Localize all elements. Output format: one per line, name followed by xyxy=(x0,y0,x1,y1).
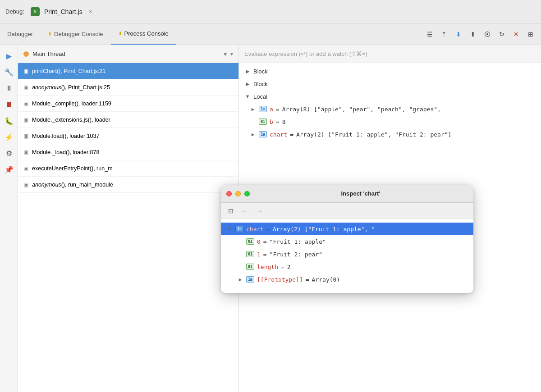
step-out-button[interactable]: ⬆ xyxy=(466,27,480,41)
eval-bar[interactable]: Evaluate expression (↵) or add a watch (… xyxy=(239,45,541,63)
wrench-icon-button[interactable]: 🔧 xyxy=(2,65,16,79)
run-icon-button[interactable]: ▶ xyxy=(2,49,16,63)
tab-debugger-console-label: Debugger Console xyxy=(54,31,103,37)
popup-var-value: Array(2) ["Fruit 1: apple", " xyxy=(273,226,375,232)
settings-icon-button[interactable]: ⚙ xyxy=(2,146,16,160)
menu-button[interactable]: ☰ xyxy=(423,27,436,41)
popup-close-dot[interactable] xyxy=(226,191,232,196)
stack-item[interactable]: ▣Module._extensions.js(), loader xyxy=(18,112,238,128)
block2-label: Block xyxy=(253,81,268,87)
stack-item-label: Module._compile(), loader:1159 xyxy=(32,100,111,107)
vars-section-block2[interactable]: ▶Block xyxy=(239,77,541,90)
side-icons: ▶ 🔧 ⏸ ⏹ 🐛 ⚡ ⚙ 📌 xyxy=(0,45,18,392)
popup-titlebar: Inspect 'chart' xyxy=(221,185,473,203)
tab-debugger-label: Debugger xyxy=(7,31,33,37)
tab-process-console[interactable]: ⬇ Process Console xyxy=(111,23,176,45)
vars-section-block1[interactable]: ▶Block xyxy=(239,65,541,77)
popup-var-name: 1 xyxy=(257,251,261,258)
restart-button[interactable]: ↻ xyxy=(495,27,509,41)
var-name: b xyxy=(270,119,273,125)
stack-frame-icon: ▣ xyxy=(23,117,28,123)
stack-frame-icon: ▣ xyxy=(23,165,28,172)
var-row[interactable]: ▶ 1≡ a = Array(8) ["apple", "pear", "pea… xyxy=(239,103,541,115)
process-console-icon: ⬇ xyxy=(118,31,122,36)
vars-section-local[interactable]: ▼Local xyxy=(239,90,541,103)
var-name: chart xyxy=(270,131,287,138)
stack-item[interactable]: ▣anonymous(), run_main_module xyxy=(18,177,238,193)
stack-frame-icon: ▣ xyxy=(23,100,28,107)
stop-side-button[interactable]: ⏹ xyxy=(2,97,16,112)
popup-var-value: Array(0) xyxy=(312,276,340,283)
popup-var-value: "Fruit 2: pear" xyxy=(270,251,322,258)
stack-item[interactable]: ▣Module._compile(), loader:1159 xyxy=(18,96,238,112)
step-into-button[interactable]: ⬇ xyxy=(452,27,465,41)
expand-icon[interactable]: ▼ xyxy=(226,226,233,232)
stack-item[interactable]: ▣printChart(), Print_Chart.js:21 xyxy=(18,63,238,79)
filter-icon[interactable]: ▾ xyxy=(224,50,227,58)
popup-title: Inspect 'chart' xyxy=(253,190,468,197)
chevron-icon[interactable]: ▾ xyxy=(230,51,233,57)
popup-maximize-dot[interactable] xyxy=(244,191,250,196)
stack-frame-icon: ▣ xyxy=(23,182,28,188)
popup-toolbar: ⊡ ← → xyxy=(221,203,473,219)
var-value: Array(8) ["apple", "pear", "peach", "gra… xyxy=(282,106,441,113)
expand-icon[interactable]: ▶ xyxy=(237,276,243,283)
thread-dot xyxy=(23,51,29,57)
var-op: = xyxy=(290,131,293,138)
popup-var-type-icon: 01 xyxy=(246,264,254,270)
popup-var-op: = xyxy=(266,226,270,232)
thread-label: Main Thread xyxy=(32,50,220,57)
popup-screenshot-button[interactable]: ⊡ xyxy=(225,205,237,217)
pin-icon-button[interactable]: 📌 xyxy=(2,162,16,177)
popup-var-row[interactable]: ▶ 1≡ [[Prototype]] = Array(0) xyxy=(221,273,473,286)
popup-var-row[interactable]: 01 0 = "Fruit 1: apple" xyxy=(221,235,473,248)
stack-item[interactable]: ▣executeUserEntryPoint(), run_m xyxy=(18,160,238,177)
block1-label: Block xyxy=(253,68,268,75)
popup-var-row[interactable]: 01 length = 2 xyxy=(221,260,473,273)
close-tab-button[interactable]: × xyxy=(87,8,94,15)
popup-var-value: "Fruit 1: apple" xyxy=(270,238,326,245)
stack-item[interactable]: ▣Module._load(), loader:878 xyxy=(18,144,238,160)
tab-debugger[interactable]: Debugger xyxy=(0,23,41,45)
stack-item-label: Module.load(), loader:1037 xyxy=(32,133,99,139)
stack-frame-icon: ▣ xyxy=(23,133,28,139)
popup-forward-button[interactable]: → xyxy=(253,205,266,217)
popup-var-op: = xyxy=(281,264,284,270)
pause-side-button[interactable]: ⏸ xyxy=(2,81,16,96)
popup-var-name: 0 xyxy=(257,238,261,245)
popup-var-name: chart xyxy=(246,226,264,232)
pause-button[interactable]: ✕ xyxy=(509,27,523,41)
grid-button[interactable]: ⊞ xyxy=(524,27,537,41)
popup-var-op: = xyxy=(263,238,267,245)
popup-var-row[interactable]: ▼ 1≡ chart = Array(2) ["Fruit 1: apple",… xyxy=(221,223,473,235)
stack-item[interactable]: ▣Module.load(), loader:1037 xyxy=(18,128,238,144)
breakpoints-button[interactable]: ⦿ xyxy=(481,27,494,41)
var-value: 8 xyxy=(282,119,286,125)
var-name: a xyxy=(270,106,273,113)
var-value: Array(2) ["Fruit 1: apple", "Fruit 2: pe… xyxy=(296,131,451,138)
bug-icon-button[interactable]: 🐛 xyxy=(2,114,16,128)
tab-process-console-label: Process Console xyxy=(124,30,169,37)
popup-var-type-icon: 01 xyxy=(246,251,254,257)
stack-item-label: anonymous(), Print_Chart.js:25 xyxy=(32,84,110,91)
popup-minimize-dot[interactable] xyxy=(235,191,241,196)
title-bar: Debug: N Print_Chart.js × xyxy=(0,0,541,23)
expand-var-icon[interactable]: ▶ xyxy=(250,106,256,112)
stack-frame-icon: ▣ xyxy=(23,149,28,155)
lightning-icon-button[interactable]: ⚡ xyxy=(2,130,16,144)
expand-var-icon[interactable]: ▶ xyxy=(250,131,256,137)
popup-var-row[interactable]: 01 1 = "Fruit 2: pear" xyxy=(221,248,473,260)
stack-item[interactable]: ▣anonymous(), Print_Chart.js:25 xyxy=(18,79,238,96)
toolbar-tabs: Debugger ⬇ Debugger Console ⬇ Process Co… xyxy=(0,23,419,45)
step-over-button[interactable]: ⇡ xyxy=(437,27,451,41)
stack-item-label: Module._extensions.js(), loader xyxy=(32,117,110,123)
stack-item-label: executeUserEntryPoint(), run_m xyxy=(32,165,113,172)
stack-item-label: printChart(), Print_Chart.js:21 xyxy=(32,68,105,74)
local-label: Local xyxy=(253,93,267,100)
tab-debugger-console[interactable]: ⬇ Debugger Console xyxy=(41,23,110,45)
call-stack-list: ▣printChart(), Print_Chart.js:21▣anonymo… xyxy=(18,63,238,392)
debug-label: Debug: xyxy=(5,8,24,15)
var-row[interactable]: ▶ 1≡ chart = Array(2) ["Fruit 1: apple",… xyxy=(239,128,541,141)
var-row[interactable]: 01 b = 8 xyxy=(239,115,541,128)
popup-back-button[interactable]: ← xyxy=(239,205,252,217)
